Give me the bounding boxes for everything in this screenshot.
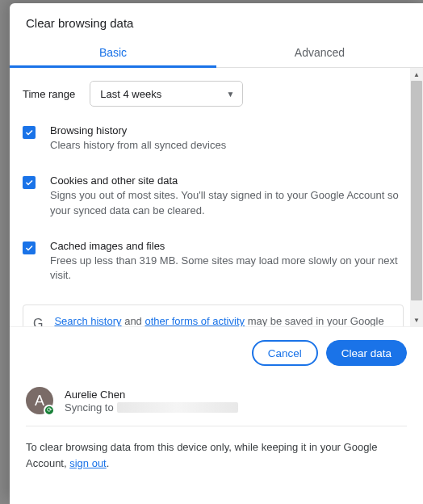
check-icon: [24, 128, 34, 137]
option-title: Cookies and other site data: [50, 174, 404, 187]
option-desc: Clears history from all synced devices: [50, 138, 226, 153]
dialog-title: Clear browsing data: [10, 3, 423, 36]
chevron-down-icon: ▼: [226, 90, 234, 99]
option-title: Cached images and files: [50, 240, 404, 252]
time-range-select[interactable]: Last 4 weeks ▼: [90, 81, 243, 107]
clear-data-button[interactable]: Clear data: [326, 340, 407, 366]
time-range-label: Time range: [23, 88, 75, 100]
account-name: Aurelie Chen: [65, 388, 238, 401]
vertical-scrollbar[interactable]: ▲ ▼: [410, 68, 423, 326]
option-cookies: Cookies and other site data Signs you ou…: [23, 174, 404, 219]
redacted-email: [117, 402, 238, 413]
account-row: A ⟳ Aurelie Chen Syncing to: [26, 382, 407, 426]
checkbox-browsing-history[interactable]: [23, 126, 36, 139]
google-icon: G: [33, 317, 43, 326]
clear-browsing-data-dialog: Clear browsing data Basic Advanced Time …: [10, 3, 423, 504]
checkbox-cache[interactable]: [23, 242, 36, 254]
link-other-activity[interactable]: other forms of activity: [144, 315, 245, 326]
link-search-history[interactable]: Search history: [54, 315, 121, 326]
option-title: Browsing history: [50, 124, 226, 136]
link-sign-out[interactable]: sign out: [69, 457, 107, 469]
tab-bar: Basic Advanced: [10, 36, 423, 68]
option-cache: Cached images and files Frees up less th…: [23, 240, 404, 284]
dialog-footer: A ⟳ Aurelie Chen Syncing to To clear bro…: [10, 379, 423, 486]
google-info-box: G Search history and other forms of acti…: [23, 304, 404, 326]
time-range-value: Last 4 weeks: [100, 88, 161, 100]
check-icon: [24, 243, 34, 253]
footnote: To clear browsing data from this device …: [26, 426, 407, 472]
check-icon: [24, 178, 34, 187]
scroll-thumb[interactable]: [411, 81, 422, 300]
scroll-track[interactable]: [410, 81, 423, 313]
option-desc: Frees up less than 319 MB. Some sites ma…: [50, 254, 404, 284]
avatar: A ⟳: [26, 387, 53, 414]
option-browsing-history: Browsing history Clears history from all…: [23, 124, 404, 153]
account-status: Syncing to: [65, 401, 238, 414]
scroll-up-icon[interactable]: ▲: [410, 68, 423, 81]
dialog-buttons: Cancel Clear data: [10, 327, 423, 379]
tab-advanced[interactable]: Advanced: [216, 36, 423, 67]
option-desc: Signs you out of most sites. You'll stay…: [50, 188, 404, 219]
checkbox-cookies[interactable]: [23, 176, 36, 189]
avatar-initial: A: [35, 393, 44, 410]
scroll-area: Time range Last 4 weeks ▼ Browsing histo…: [10, 68, 423, 327]
tab-basic[interactable]: Basic: [10, 36, 216, 67]
info-text: Search history and other forms of activi…: [54, 313, 393, 326]
scroll-down-icon[interactable]: ▼: [410, 313, 423, 326]
sync-badge-icon: ⟳: [44, 405, 55, 416]
cancel-button[interactable]: Cancel: [252, 340, 318, 366]
